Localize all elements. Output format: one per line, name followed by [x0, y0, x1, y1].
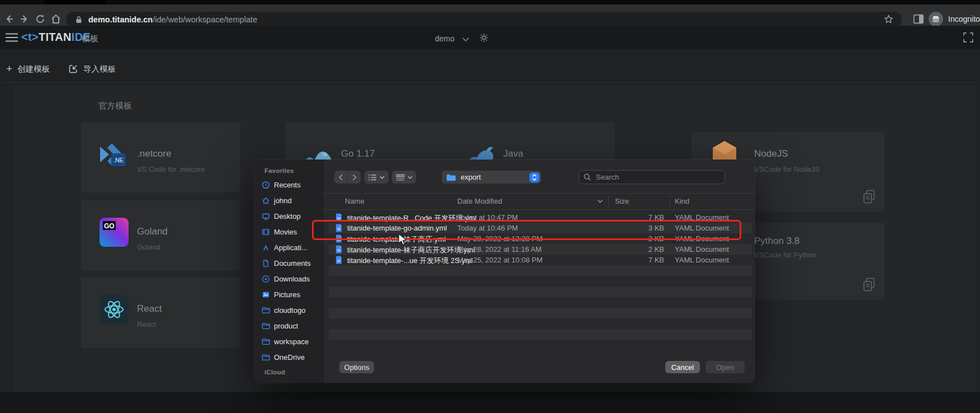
svg-text:.NE: .NE	[113, 157, 124, 163]
yaml-file-icon	[335, 213, 342, 222]
sidebar-item-label: Documents	[274, 259, 311, 267]
column-size[interactable]: Size	[615, 197, 629, 205]
file-row-empty	[329, 265, 752, 276]
import-template-button[interactable]: 导入模板	[68, 63, 116, 74]
fullscreen-icon[interactable]	[963, 32, 974, 43]
side-panel-icon[interactable]	[912, 13, 925, 25]
cancel-button[interactable]: Cancel	[665, 361, 700, 373]
column-divider	[670, 196, 670, 206]
template-card-goland[interactable]: GOGolandGoland	[81, 200, 240, 270]
sidebar-item-label: Desktop	[274, 212, 301, 220]
menu-hamburger-icon[interactable]	[6, 33, 18, 42]
url-text: demo.titanide.cn/ide/web/workspace/templ…	[88, 15, 257, 24]
sidebar-item-label: Recents	[274, 181, 301, 189]
file-name: titanide-template-袜子商店.yml	[347, 234, 446, 245]
card-subtitle: VSCode for NodeJS	[754, 165, 820, 173]
file-date-modified: Today at 10:46 PM	[457, 224, 518, 232]
sidebar-item-workspace[interactable]: workspace	[262, 336, 321, 348]
incognito-avatar[interactable]	[929, 12, 943, 26]
forward-icon[interactable]	[19, 13, 30, 25]
search-field[interactable]	[579, 170, 725, 184]
divider	[4, 82, 976, 83]
import-icon	[68, 64, 78, 74]
file-date-modified: Today at 10:47 PM	[457, 213, 518, 222]
card-subtitle: VSCode for Python	[754, 251, 816, 259]
create-template-button[interactable]: + 创建模板	[6, 63, 50, 74]
sidebar-item-applicati-[interactable]: Applicati...	[262, 242, 321, 254]
desktop-icon	[262, 212, 270, 220]
folder-select[interactable]: export	[442, 171, 541, 184]
column-date-modified[interactable]: Date Modified	[457, 197, 502, 205]
column-name[interactable]: Name	[345, 197, 364, 205]
card-subtitle: VS Code for .netcore	[137, 165, 205, 173]
titanide-logo[interactable]: <t>TITANIDE	[21, 31, 91, 44]
sidebar-item-label: product	[274, 322, 298, 330]
sidebar-item-desktop[interactable]: Desktop	[262, 210, 321, 222]
list-view-dropdown[interactable]	[364, 171, 389, 184]
browser-tab[interactable]	[44, 0, 106, 4]
file-row-empty	[329, 318, 752, 329]
sort-chevron-icon	[597, 199, 603, 203]
sidebar-item-label: johnd	[274, 196, 292, 205]
sidebar-item-onedrive[interactable]: OneDrive	[262, 351, 321, 363]
sidebar-item-label: Downloads	[274, 275, 310, 283]
chevron-down-icon	[408, 176, 413, 179]
sidebar-item-label: OneDrive	[274, 353, 305, 362]
back-icon[interactable]	[3, 13, 15, 25]
sidebar-item-label: cloudtogo	[274, 306, 305, 315]
dialog-back-button[interactable]	[334, 171, 347, 184]
sidebar-item-johnd[interactable]: johnd	[262, 195, 321, 206]
card-title: Python 3.8	[754, 236, 799, 247]
file-kind: YAML Document	[675, 224, 729, 232]
file-row-5[interactable]: titanide-template-...ue 开发环境 2S.ymlMay 2…	[329, 255, 752, 265]
search-icon	[584, 173, 591, 181]
search-input[interactable]	[595, 172, 709, 182]
sidebar-item-pictures[interactable]: Pictures	[262, 289, 321, 301]
address-bar[interactable]: demo.titanide.cn/ide/web/workspace/templ…	[66, 12, 902, 27]
sidebar-item-movies[interactable]: Movies	[262, 226, 321, 238]
folder-stepper-icon[interactable]	[529, 172, 539, 182]
sidebar-item-cloudtogo[interactable]: cloudtogo	[262, 304, 321, 316]
file-row-4[interactable]: titanide-template-袜子商店开发环境.ymlMay 28, 20…	[329, 244, 752, 255]
appstore-icon	[262, 243, 270, 252]
template-card-dotnet[interactable]: .NE.netcoreVS Code for .netcore	[81, 123, 240, 193]
template-card-react[interactable]: ReactReact	[81, 278, 240, 348]
dialog-sidebar: Favorites RecentsjohndDesktopMoviesAppli…	[254, 159, 323, 383]
dialog-forward-button[interactable]	[347, 171, 361, 184]
sidebar-item-downloads[interactable]: Downloads	[262, 273, 321, 285]
file-row-2[interactable]: titanide-template-go-admin.ymlToday at 1…	[329, 223, 752, 233]
react-icon	[98, 293, 130, 326]
download-icon	[262, 275, 270, 283]
bookmark-star-icon[interactable]	[883, 13, 894, 25]
chevron-down-icon[interactable]	[462, 37, 470, 42]
file-kind: YAML Document	[675, 234, 729, 243]
file-size: 7 KB	[625, 213, 664, 222]
sidebar-item-documents[interactable]: Documents	[262, 257, 321, 269]
column-kind[interactable]: Kind	[675, 197, 689, 205]
browser-toolbar: demo.titanide.cn/ide/web/workspace/templ…	[0, 4, 980, 26]
home-icon	[262, 196, 270, 205]
open-button[interactable]: Open	[706, 361, 745, 373]
image-icon	[262, 290, 270, 299]
gear-icon[interactable]	[479, 32, 489, 43]
url-path: /ide/web/workspace/template	[153, 15, 257, 24]
file-date-modified: May 28, 2022 at 12:28 PM	[457, 234, 542, 243]
file-row-3[interactable]: titanide-template-袜子商店.ymlMay 28, 2022 a…	[329, 233, 752, 244]
column-divider	[608, 196, 609, 206]
workspace-selector[interactable]: demo	[435, 34, 455, 43]
file-kind: YAML Document	[675, 256, 729, 264]
sidebar-item-recents[interactable]: Recents	[262, 179, 321, 191]
file-size: 2 KB	[625, 245, 664, 254]
options-button[interactable]: Options	[339, 361, 374, 373]
yaml-file-icon	[335, 256, 342, 264]
home-icon[interactable]	[50, 13, 61, 25]
sidebar-item-product[interactable]: product	[262, 320, 321, 332]
svg-text:GO: GO	[104, 222, 115, 230]
yaml-file-icon	[335, 224, 342, 232]
sidebar-item-label: Movies	[274, 228, 297, 236]
reload-icon[interactable]	[35, 13, 46, 25]
card-title: .netcore	[137, 148, 171, 159]
lock-icon	[75, 16, 82, 24]
file-row-1[interactable]: titanide-template-R...Code 开发环境.ymlToday…	[329, 212, 752, 223]
grid-view-dropdown[interactable]	[392, 171, 416, 184]
